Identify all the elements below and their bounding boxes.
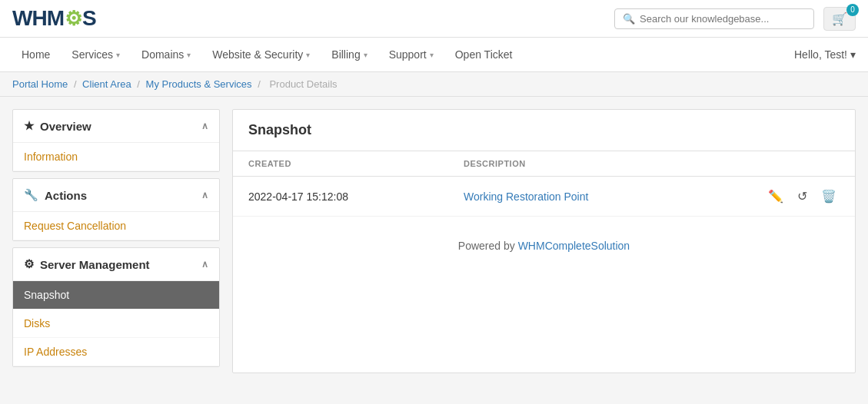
edit-icon[interactable]: ✏️	[765, 186, 787, 207]
table-row: 2022-04-17 15:12:08 Working Restoration …	[233, 177, 855, 217]
sidebar-section-overview: ★ Overview ∧ Information	[12, 109, 220, 172]
col-header-created: CREATED	[248, 159, 464, 168]
powered-by-link[interactable]: WHMCompleteSolution	[518, 240, 630, 252]
sidebar-link-snapshot[interactable]: Snapshot	[13, 281, 219, 310]
row-created: 2022-04-17 15:12:08	[248, 190, 464, 203]
nav-bar: Home Services ▾ Domains ▾ Website & Secu…	[0, 38, 868, 72]
nav-domains-label: Domains	[141, 48, 184, 61]
star-icon: ★	[24, 119, 34, 133]
content-title: Snapshot	[233, 110, 855, 151]
table-header: CREATED DESCRIPTION	[233, 151, 855, 177]
sidebar-link-request-cancellation[interactable]: Request Cancellation	[13, 212, 219, 240]
logo-text-before: WHM	[12, 6, 64, 31]
sidebar-server-mgmt-title: Server Management	[40, 258, 150, 271]
nav-services-label: Services	[72, 48, 113, 61]
wrench-icon: 🔧	[24, 188, 38, 202]
nav-support-caret: ▾	[430, 51, 434, 59]
breadcrumb-product-details: Product Details	[269, 78, 337, 90]
breadcrumb-sep-3: /	[258, 78, 263, 90]
sidebar-link-ip-addresses[interactable]: IP Addresses	[13, 338, 219, 366]
main-layout: ★ Overview ∧ Information 🔧 Actions ∧ Req…	[0, 97, 868, 386]
restore-icon[interactable]: ↺	[794, 186, 810, 207]
nav-user-label: Hello, Test!	[794, 48, 847, 61]
nav-billing-label: Billing	[331, 48, 360, 61]
overview-chevron-icon: ∧	[201, 121, 208, 131]
nav-services-caret: ▾	[116, 51, 120, 59]
powered-by: Powered by WHMCompleteSolution	[233, 217, 855, 267]
delete-icon[interactable]: 🗑️	[818, 186, 840, 207]
server-mgmt-header-left: ⚙ Server Management	[24, 257, 150, 271]
nav-home-label: Home	[22, 48, 50, 61]
nav-left: Home Services ▾ Domains ▾ Website & Secu…	[12, 38, 521, 71]
content-area: Snapshot CREATED DESCRIPTION 2022-04-17 …	[232, 109, 856, 373]
nav-item-open-ticket[interactable]: Open Ticket	[446, 38, 522, 71]
logo: WHM ⚙ S	[12, 6, 96, 31]
nav-item-domains[interactable]: Domains ▾	[132, 38, 200, 71]
powered-by-text: Powered by	[458, 240, 518, 252]
nav-billing-caret: ▾	[364, 51, 367, 59]
sidebar: ★ Overview ∧ Information 🔧 Actions ∧ Req…	[12, 109, 220, 373]
sidebar-section-actions-header[interactable]: 🔧 Actions ∧	[13, 179, 219, 212]
nav-website-security-label: Website & Security	[212, 48, 303, 61]
sidebar-link-disks[interactable]: Disks	[13, 310, 219, 338]
sidebar-link-information[interactable]: Information	[13, 143, 219, 171]
breadcrumb-portal-home[interactable]: Portal Home	[12, 78, 68, 90]
row-actions: ✏️ ↺ 🗑️	[765, 186, 840, 207]
search-box: 🔍	[614, 8, 814, 29]
nav-item-services[interactable]: Services ▾	[62, 38, 129, 71]
actions-chevron-icon: ∧	[201, 190, 208, 200]
sidebar-section-overview-header[interactable]: ★ Overview ∧	[13, 110, 219, 143]
nav-item-home[interactable]: Home	[12, 38, 59, 71]
sidebar-section-server-management: ⚙ Server Management ∧ Snapshot Disks IP …	[12, 247, 220, 367]
breadcrumb-my-products[interactable]: My Products & Services	[146, 78, 252, 90]
logo-gear-icon: ⚙	[65, 7, 81, 31]
top-right: 🔍 🛒 0	[614, 7, 856, 31]
overview-header-left: ★ Overview	[24, 119, 91, 133]
nav-open-ticket-label: Open Ticket	[455, 48, 513, 61]
nav-domains-caret: ▾	[187, 51, 191, 59]
nav-user-menu[interactable]: Hello, Test! ▾	[794, 38, 856, 71]
actions-header-left: 🔧 Actions	[24, 188, 87, 202]
row-description: Working Restoration Point	[464, 190, 765, 203]
gear-sm-icon: ⚙	[24, 257, 34, 271]
col-header-description: DESCRIPTION	[464, 159, 840, 168]
sidebar-section-server-mgmt-header[interactable]: ⚙ Server Management ∧	[13, 248, 219, 281]
sidebar-overview-title: Overview	[40, 120, 91, 133]
breadcrumb-sep-1: /	[74, 78, 79, 90]
sidebar-actions-title: Actions	[45, 189, 87, 202]
sidebar-section-actions: 🔧 Actions ∧ Request Cancellation	[12, 178, 220, 241]
logo-text-after: S	[82, 6, 96, 31]
nav-support-label: Support	[389, 48, 427, 61]
nav-user-caret: ▾	[850, 48, 856, 61]
cart-button[interactable]: 🛒 0	[823, 7, 856, 31]
nav-item-website-security[interactable]: Website & Security ▾	[203, 38, 319, 71]
breadcrumb-client-area[interactable]: Client Area	[82, 78, 131, 90]
nav-item-support[interactable]: Support ▾	[380, 38, 443, 71]
server-mgmt-chevron-icon: ∧	[201, 259, 208, 270]
nav-item-billing[interactable]: Billing ▾	[322, 38, 376, 71]
breadcrumb: Portal Home / Client Area / My Products …	[0, 72, 868, 97]
top-bar: WHM ⚙ S 🔍 🛒 0	[0, 0, 868, 38]
search-input[interactable]	[640, 13, 806, 25]
nav-website-security-caret: ▾	[306, 51, 310, 59]
search-icon: 🔍	[623, 13, 635, 25]
breadcrumb-sep-2: /	[137, 78, 142, 90]
cart-badge: 0	[846, 4, 859, 16]
